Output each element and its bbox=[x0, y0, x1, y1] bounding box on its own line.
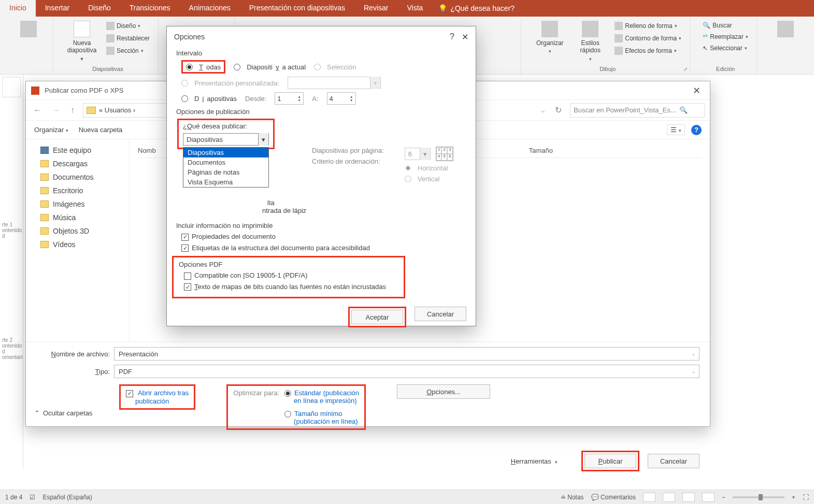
from-spinner[interactable]: 1▲▼ bbox=[275, 92, 304, 105]
section-label: Sección bbox=[117, 47, 139, 54]
sidebar-item-desktop[interactable]: Escritorio bbox=[26, 184, 129, 197]
organize-menu[interactable]: Organizar ▾ bbox=[34, 126, 68, 134]
layout-button[interactable]: Diseño▾ bbox=[104, 21, 152, 31]
doc-props-checkbox[interactable] bbox=[181, 234, 189, 241]
spellcheck-icon[interactable]: ☑ bbox=[30, 494, 35, 501]
ribbon-tab-vista[interactable]: Vista bbox=[397, 0, 432, 17]
group-launcher-icon[interactable]: ⤢ bbox=[683, 66, 688, 72]
dropdown-option-esquema[interactable]: Vista Esquema bbox=[183, 177, 268, 187]
tell-me[interactable]: 💡 ¿Qué desea hacer? bbox=[432, 0, 521, 17]
breadcrumb-segment[interactable]: « Usuarios › bbox=[99, 106, 135, 114]
slide-counter[interactable]: 1 de 4 bbox=[5, 494, 22, 501]
close-icon[interactable]: ✕ bbox=[462, 32, 468, 42]
optimize-standard-radio[interactable] bbox=[284, 390, 291, 397]
cancel-button[interactable]: Cancelar bbox=[648, 454, 699, 468]
dropdown-icon[interactable]: ⌵ bbox=[539, 107, 547, 114]
quick-styles-button[interactable]: Estilos rápidos▾ bbox=[572, 21, 608, 62]
dropdown-option-paginas[interactable]: Páginas de notas bbox=[183, 167, 268, 177]
slideshow-view-button[interactable] bbox=[702, 493, 715, 502]
filetype-select[interactable]: PDF⌵ bbox=[114, 365, 699, 378]
help-icon[interactable]: ? bbox=[442, 32, 462, 41]
ribbon-tab-transiciones[interactable]: Transiciones bbox=[120, 0, 180, 17]
chevron-down-icon[interactable]: ▾ bbox=[258, 133, 268, 146]
zoom-in-button[interactable]: + bbox=[792, 494, 795, 501]
cursor-icon: ↖ bbox=[703, 45, 708, 52]
what-publish-dropdown[interactable]: Diapositivas Documentos Páginas de notas… bbox=[183, 147, 269, 188]
ribbon-tab-revisar[interactable]: Revisar bbox=[354, 0, 397, 17]
sidebar-item-pictures[interactable]: Imágenes bbox=[26, 197, 129, 211]
sidebar-item-3dobjects[interactable]: Objetos 3D bbox=[26, 224, 129, 238]
thumb-caption: omentarios bbox=[2, 354, 21, 360]
forward-button[interactable]: → bbox=[50, 106, 62, 115]
range-slides-radio[interactable]: Diapositivas bbox=[181, 95, 237, 103]
addin-button[interactable] bbox=[767, 21, 804, 37]
range-all-radio[interactable]: Todas bbox=[186, 63, 221, 71]
sidebar-item-music[interactable]: Música bbox=[26, 211, 129, 224]
comments-button[interactable]: 💬 Comentarios bbox=[591, 494, 636, 501]
highlight-what-publish: ¿Qué desea publicar: Diapositivas▾ Diapo… bbox=[177, 119, 275, 149]
sidebar-item-videos[interactable]: Vídeos bbox=[26, 238, 129, 251]
notes-button[interactable]: ≐ Notas bbox=[561, 494, 584, 501]
arrange-button[interactable]: Organizar▾ bbox=[532, 21, 568, 54]
refresh-icon[interactable]: ↻ bbox=[553, 105, 564, 115]
new-slide-button[interactable]: Nueva diapositiva ▼ bbox=[64, 21, 100, 62]
shape-outline-button[interactable]: Contorno de forma▾ bbox=[612, 33, 683, 44]
ribbon-tab-animaciones[interactable]: Animaciones bbox=[180, 0, 240, 17]
dropdown-option-documentos[interactable]: Documentos bbox=[183, 157, 268, 167]
zoom-slider[interactable] bbox=[733, 496, 784, 498]
ok-button[interactable]: Aceptar bbox=[351, 310, 403, 324]
filename-input[interactable]: Presentación⌵ bbox=[114, 347, 699, 361]
language-button[interactable]: Español (España) bbox=[42, 494, 92, 501]
type-label: Tipo: bbox=[36, 368, 114, 376]
optimize-minimum-radio[interactable] bbox=[284, 411, 291, 417]
effects-icon bbox=[615, 47, 623, 55]
what-publish-select[interactable]: Diapositivas▾ bbox=[183, 133, 269, 146]
section-button[interactable]: Sección▾ bbox=[104, 46, 152, 56]
sidebar-item-downloads[interactable]: Descargas bbox=[26, 157, 129, 170]
reset-button[interactable]: Restablecer bbox=[104, 33, 152, 44]
ribbon-tab-presentacion[interactable]: Presentación con diapositivas bbox=[240, 0, 354, 17]
cancel-button[interactable]: Cancelar bbox=[415, 307, 466, 321]
options-button[interactable]: Opciones... bbox=[397, 384, 490, 399]
ribbon-tab-inicio[interactable]: Inicio bbox=[0, 0, 36, 17]
find-button[interactable]: 🔍Buscar bbox=[701, 21, 750, 30]
hide-folders-button[interactable]: ⌃Ocultar carpetas bbox=[34, 409, 92, 417]
shape-effects-button[interactable]: Efectos de forma▾ bbox=[612, 46, 683, 56]
view-mode-button[interactable]: ☰ ▾ bbox=[667, 124, 685, 135]
ribbon-tab-insertar[interactable]: Insertar bbox=[36, 0, 79, 17]
open-after-checkbox[interactable] bbox=[126, 390, 133, 397]
shape-fill-button[interactable]: Relleno de forma▾ bbox=[612, 21, 683, 31]
sorter-view-button[interactable] bbox=[663, 493, 675, 502]
to-spinner[interactable]: 4▲▼ bbox=[327, 92, 356, 105]
replace-button[interactable]: ᵃᵇReemplazar▾ bbox=[701, 32, 750, 41]
accessibility-checkbox[interactable] bbox=[181, 244, 189, 252]
close-icon[interactable]: ✕ bbox=[689, 85, 705, 96]
sidebar-item-documents[interactable]: Documentos bbox=[26, 170, 129, 184]
new-folder-button[interactable]: Nueva carpeta bbox=[79, 126, 123, 134]
back-button[interactable]: ← bbox=[31, 106, 44, 115]
folder-tree[interactable]: Este equipo Descargas Documentos Escrito… bbox=[26, 139, 130, 341]
hidden-slides-tail: lta bbox=[267, 199, 466, 207]
up-button[interactable]: ↑ bbox=[68, 106, 77, 115]
select-button[interactable]: ↖Seleccionar▾ bbox=[701, 44, 750, 53]
column-size[interactable]: Tamaño bbox=[529, 147, 553, 154]
search-input[interactable]: Buscar en PowerPoint_Vista_Es... 🔍 bbox=[570, 103, 705, 118]
ribbon-tab-diseno[interactable]: Diseño bbox=[79, 0, 120, 17]
pdfa-checkbox[interactable] bbox=[184, 272, 191, 280]
sidebar-item-thispc[interactable]: Este equipo bbox=[26, 143, 129, 157]
help-icon[interactable]: ? bbox=[691, 125, 702, 135]
tools-menu[interactable]: Herramientas ▾ bbox=[511, 457, 558, 465]
publish-button[interactable]: Publicar bbox=[584, 454, 636, 468]
slide-thumb-1[interactable] bbox=[2, 77, 21, 97]
normal-view-button[interactable] bbox=[643, 493, 655, 502]
thumb-caption: rte 2 bbox=[2, 337, 21, 343]
sidebar-label: Escritorio bbox=[53, 186, 83, 195]
dropdown-option-diapositivas[interactable]: Diapositivas bbox=[183, 148, 268, 157]
zoom-out-button[interactable]: − bbox=[722, 494, 725, 501]
fit-to-window-button[interactable]: ⛶ bbox=[803, 494, 809, 501]
bitmap-text-checkbox[interactable] bbox=[184, 283, 191, 291]
column-name[interactable]: Nomb bbox=[138, 147, 156, 154]
reading-view-button[interactable] bbox=[682, 493, 695, 502]
range-current-radio[interactable]: Diapositiva actual bbox=[234, 63, 306, 71]
paste-button[interactable] bbox=[10, 21, 47, 37]
